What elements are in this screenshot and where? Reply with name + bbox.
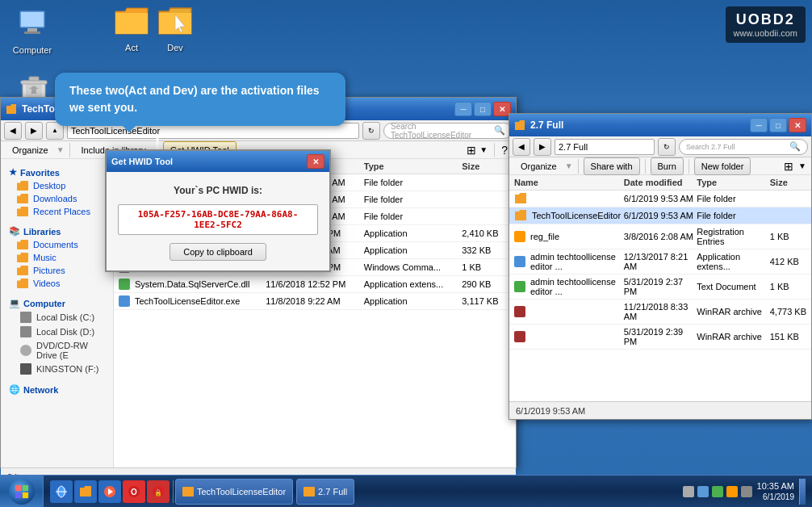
drive-e[interactable]: DVD/CD-RW Drive (E [1, 339, 113, 362]
second-refresh-btn[interactable]: ↻ [658, 138, 676, 156]
desktop-icon-computer[interactable]: Computer [4, 4, 61, 55]
file-row[interactable]: 5/31/2019 2:39 PM WinRAR archive 151 KB [509, 325, 811, 350]
taskbar-folder-icon2 [303, 487, 315, 497]
view-toggle[interactable]: ⊞ [467, 144, 476, 157]
file-row[interactable]: TechToolLicenseEditor.exe 11/8/2018 9:22… [114, 293, 516, 310]
second-view-toggle[interactable]: ⊞ [781, 160, 797, 173]
dev-folder-icon [156, 2, 195, 40]
notif-icon-2 [697, 486, 709, 497]
hwid-close-btn[interactable]: ✕ [307, 154, 324, 169]
hwid-title: Get HWID Tool [111, 157, 173, 166]
desktop-icon-dev[interactable]: Dev [147, 2, 203, 52]
second-view-menu[interactable]: ▼ [798, 161, 806, 170]
network-section: 🌐Network [1, 383, 113, 396]
second-close-btn[interactable]: ✕ [789, 118, 806, 132]
svg-text:O: O [131, 488, 137, 497]
second-sep2 [645, 159, 646, 174]
sidebar-item-documents[interactable]: Documents [1, 238, 113, 251]
taskbar-btn-main[interactable]: TechToolLicenseEditor [175, 479, 293, 505]
quicklaunch-media[interactable] [98, 480, 121, 503]
network-title: 🌐Network [1, 383, 113, 396]
drive-f[interactable]: KINGSTON (F:) [1, 362, 113, 376]
minimize-button[interactable]: ─ [454, 102, 472, 116]
second-max-btn[interactable]: □ [769, 118, 787, 132]
forward-button[interactable]: ▶ [25, 122, 43, 140]
taskbar-folder-icon [182, 487, 194, 497]
dev-icon-label: Dev [167, 43, 183, 52]
hwid-value: 105A-F257-16AB-DC8E-79AA-86A8-1EE2-5FC2 [118, 204, 318, 235]
hwid-titlebar[interactable]: Get HWID Tool ✕ [107, 151, 329, 172]
second-toolbar: ◀ ▶ 2.7 Full ↻ Search 2.7 Full 🔍 [509, 136, 811, 157]
docs-icon [17, 240, 28, 249]
organize-menu[interactable]: Organize [6, 144, 55, 157]
second-search-bar[interactable]: Search 2.7 Full 🔍 [679, 139, 808, 155]
second-explorer-window: 2.7 Full ─ □ ✕ ◀ ▶ 2.7 Full ↻ Search 2.7… [509, 113, 812, 420]
second-col-name: Name [514, 178, 624, 187]
second-organize[interactable]: Organize [514, 160, 563, 173]
second-min-btn[interactable]: ─ [750, 118, 768, 132]
share-with-btn[interactable]: Share with [584, 157, 640, 175]
view-menu[interactable]: ▼ [479, 145, 488, 154]
favorites-title: ★Favorites [1, 166, 113, 179]
burn-btn[interactable]: Burn [651, 157, 684, 175]
sidebar-item-music[interactable]: Music [1, 251, 113, 264]
taskbar-btn-second[interactable]: 2.7 Full [296, 479, 354, 505]
sidebar-item-recent[interactable]: Recent Places [1, 205, 113, 218]
quicklaunch-folder[interactable] [74, 480, 97, 503]
copy-clipboard-button[interactable]: Copy to clipboard [170, 243, 266, 261]
back-button[interactable]: ◀ [4, 122, 22, 140]
second-title: 2.7 Full [514, 119, 563, 131]
show-desktop-button[interactable] [799, 479, 806, 505]
second-col-date: Date modified [624, 178, 697, 187]
quicklaunch-antivirus[interactable]: 🔒 [147, 480, 170, 503]
computer-title: 💻Computer [1, 296, 113, 310]
folder-title-icon2 [514, 119, 525, 131]
drive-d[interactable]: Local Disk (D:) [1, 325, 113, 339]
file-row[interactable]: admin techtoollicense editor ... 12/13/2… [509, 249, 811, 274]
second-fwd-btn[interactable]: ▶ [534, 138, 551, 156]
file-row[interactable]: 11/21/2018 8:33 AM WinRAR archive 4,773 … [509, 300, 811, 325]
sidebar-item-pictures[interactable]: Pictures [1, 264, 113, 277]
file-row[interactable]: System.Data.SqlServerCe.dll 11/6/2018 12… [114, 276, 516, 293]
drive-c[interactable]: Local Disk (C:) [1, 310, 113, 325]
sidebar-item-downloads[interactable]: Downloads [1, 192, 113, 205]
new-folder-btn[interactable]: New folder [694, 157, 751, 175]
help-btn[interactable]: ? [501, 144, 508, 157]
videos-icon [17, 279, 28, 288]
refresh-button[interactable]: ↻ [362, 122, 380, 140]
folder-icon [514, 193, 527, 204]
speech-bubble-text: These two(Act and Dev) are the activatio… [69, 84, 320, 114]
music-icon [17, 253, 28, 262]
second-menu-bar: Organize ▼ Share with Burn New folder ⊞ … [509, 157, 811, 175]
favorites-section: ★Favorites Desktop Downloads Recent Plac… [1, 166, 113, 218]
svg-text:🔒: 🔒 [154, 488, 162, 497]
sidebar-item-videos[interactable]: Videos [1, 277, 113, 290]
start-button[interactable] [0, 476, 44, 508]
quicklaunch-opera[interactable]: O [123, 480, 145, 503]
second-address-bar[interactable]: 2.7 Full [555, 139, 655, 155]
dll-icon2 [514, 256, 525, 267]
second-back-btn[interactable]: ◀ [513, 138, 530, 156]
second-titlebar[interactable]: 2.7 Full ─ □ ✕ [509, 114, 811, 136]
maximize-button[interactable]: □ [474, 102, 492, 116]
start-orb [9, 479, 35, 505]
watermark-line2: www.uobdii.com [734, 28, 797, 38]
second-status-bar: 6/1/2019 9:53 AM [509, 401, 811, 419]
hwid-dialog: Get HWID Tool ✕ Your`s PC HWID is: 105A-… [105, 149, 331, 272]
second-status-date: 6/1/2019 9:53 AM [516, 406, 585, 416]
rar-icon [514, 306, 525, 317]
usb-f-icon [20, 363, 31, 375]
file-row[interactable]: reg_file 3/8/2016 2:08 AM Registration E… [509, 224, 811, 249]
cd-e-icon [20, 345, 31, 356]
search-bar[interactable]: Search TechToolLicenseEditor 🔍 [383, 123, 513, 139]
sidebar-item-desktop[interactable]: Desktop [1, 179, 113, 192]
watermark-line1: UOBD2 [734, 11, 797, 28]
file-row[interactable]: admin techtoollicense editor ... 5/31/20… [509, 274, 811, 300]
windows-logo [15, 484, 29, 499]
clock: 10:35 AM 6/1/2019 [757, 480, 794, 502]
file-row-techtool[interactable]: TechToolLicenseEditor 6/1/2019 9:53 AM F… [509, 207, 811, 224]
quicklaunch-ie[interactable] [50, 480, 73, 503]
svg-rect-8 [21, 81, 47, 84]
file-row[interactable]: 6/1/2019 9:53 AM File folder [509, 191, 811, 207]
desktop: UOBD2 www.uobdii.com Computer Act [0, 0, 812, 507]
